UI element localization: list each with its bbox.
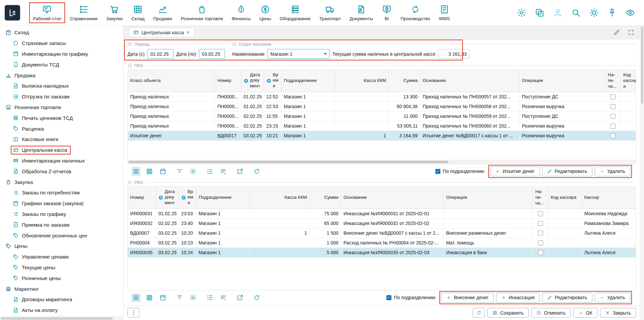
rko-column-header[interactable]: Операция [444, 187, 533, 209]
topbar-pin-icon[interactable] [607, 8, 617, 18]
sidebar-item-rascenka[interactable]: Расценка [0, 123, 123, 134]
nav-item-production[interactable]: Производство [397, 3, 433, 23]
collapse-icon[interactable] [127, 180, 132, 185]
rko-column-header[interactable]: Касса ККМ [250, 187, 310, 209]
rows-view-icon[interactable] [131, 293, 141, 302]
sidebar-item-akty-na-oplatu[interactable]: Акты на оплату [0, 305, 123, 316]
sidebar-section-roznichnaya-torgovlya[interactable]: Розничная торговля [0, 102, 123, 113]
date-from-input[interactable]: 01.02.25 [147, 49, 173, 59]
nav-item-prices[interactable]: Цены [256, 3, 274, 23]
pko-edit-button[interactable]: Редактировать [542, 167, 592, 176]
rko-by-division-checkbox[interactable]: По подразделению [386, 295, 435, 300]
tab-central-cash[interactable]: Центральная касса × [129, 28, 194, 37]
calendar-view-icon[interactable] [158, 167, 167, 176]
pko-column-header[interactable]: Код кассира [621, 70, 636, 92]
sidebar-item-dogovory-marketinga[interactable]: Договоры маркетинга [0, 294, 123, 305]
sidebar-section-ceny[interactable]: Цены [0, 241, 123, 252]
collapse-icon[interactable] [127, 63, 132, 68]
topbar-settings-icon[interactable] [517, 8, 527, 18]
sort-asc-icon[interactable] [266, 78, 271, 83]
topbar-brightness-icon[interactable] [589, 8, 599, 18]
table-row[interactable]: ИЯ00003101.02.2523:03Магазин 175 000Инка… [128, 209, 636, 219]
pko-column-header[interactable]: Операция [520, 70, 605, 92]
sidebar-section-sklad[interactable]: Склад [0, 27, 123, 38]
rko-column-header[interactable]: Основание [341, 187, 444, 209]
row-checkbox[interactable] [538, 240, 543, 245]
settings-icon[interactable] [189, 167, 198, 176]
rko-column-header[interactable]: Подразделение [196, 187, 250, 209]
collapse-icon[interactable] [232, 42, 237, 46]
tab-close-icon[interactable]: × [186, 30, 190, 35]
scrollbar-thumb[interactable] [128, 161, 448, 163]
sidebar-item-upravlenie-cenami[interactable]: Управление ценами [0, 252, 123, 262]
scrollbar-thumb[interactable] [641, 27, 643, 104]
nav-item-purchases[interactable]: Закупки [103, 3, 126, 23]
app-logo-icon[interactable] [5, 5, 20, 20]
filter-icon[interactable] [175, 167, 184, 176]
table-row[interactable]: Приход наличныхПН0000...02.02.2511:55Маг… [128, 111, 636, 121]
sidebar-item-zakazy-po-potrebnostyam[interactable]: Заказы по потребностям [0, 187, 123, 198]
rko-collection-button[interactable]: Инкассация [496, 293, 540, 303]
rko-edit-button[interactable]: Редактировать [542, 293, 592, 303]
topbar-user-icon[interactable] [553, 8, 563, 18]
refresh-button[interactable] [473, 308, 485, 318]
nav-item-wms[interactable]: WMS [435, 3, 453, 23]
rko-column-header[interactable]: Номер [128, 187, 156, 209]
pko-column-header[interactable]: Номер [215, 70, 241, 92]
rko-column-header[interactable]: Сумма [310, 187, 341, 209]
reload-icon[interactable] [252, 167, 261, 176]
store-select[interactable]: Магазин 1 [267, 49, 330, 59]
vertical-scrollbar[interactable] [640, 26, 644, 320]
sidebar-item-obrabotka-z-otchetov[interactable]: Обработка Z-отчетов [0, 166, 123, 177]
scrollbar-thumb[interactable] [1, 317, 113, 320]
cancel-button[interactable]: Отменить [531, 308, 571, 318]
sidebar-section-zakupka[interactable]: Закупка [0, 177, 123, 187]
row-checkbox[interactable] [610, 124, 615, 129]
sort-asc-icon[interactable] [158, 195, 163, 200]
sidebar-item-pechat-cennikov-tsd[interactable]: Печать ценников ТСД [0, 112, 123, 123]
topbar-search-icon[interactable] [571, 8, 581, 18]
ok-button[interactable]: ОК [573, 308, 597, 318]
sidebar-item-dokumenty-tsd[interactable]: Документы ТСД [0, 59, 123, 70]
sidebar-item-zakazy-po-grafiku[interactable]: Заказы по графику [0, 209, 123, 220]
edit-icon[interactable] [613, 29, 620, 36]
nav-item-catalogs[interactable]: Справочники [67, 3, 101, 23]
sort-asc-icon[interactable] [244, 78, 249, 83]
save-button[interactable]: Сохранить [487, 308, 529, 318]
nav-item-equipment[interactable]: Оборудование [276, 3, 314, 23]
row-checkbox[interactable] [610, 104, 615, 109]
pko-column-header[interactable]: Класс объекта [128, 70, 215, 92]
sidebar-item-centralnaya-kassa[interactable]: Центральная касса [0, 145, 123, 155]
table-row[interactable]: ИЯ00003202.02.2523:40Магазин 165 000Инка… [128, 219, 636, 228]
pko-column-header[interactable]: Основание [420, 70, 520, 92]
more-menu-button[interactable]: ⋮ [127, 308, 140, 318]
sidebar-item-inventarizacii-po-grafiku[interactable]: Инвентаризации по графику [0, 49, 123, 59]
sidebar-item-grafiki-zakazov[interactable]: Графики заказов (закупка) [0, 198, 123, 209]
row-checkbox[interactable] [610, 114, 615, 119]
open-external-icon[interactable] [235, 293, 245, 302]
calendar-view-icon[interactable] [158, 293, 167, 302]
sort-asc-icon[interactable] [181, 195, 186, 200]
nav-item-retail[interactable]: Розничная торговля [177, 3, 226, 23]
pko-column-header[interactable]: Подразделение [281, 70, 335, 92]
pko-withdraw-button[interactable]: Изъятие денег [490, 167, 540, 176]
pko-column-header[interactable]: Касса ККМ [335, 70, 389, 92]
pko-column-header[interactable]: Время документа [264, 70, 281, 92]
sidebar-item-kassovye-knigi[interactable]: Кассовые книги [0, 134, 123, 145]
row-checkbox[interactable] [538, 221, 543, 226]
sidebar-item-roznichnye-ceny[interactable]: Розничные цены [0, 273, 123, 283]
sidebar-item-otgruzka-po-zakazam[interactable]: Отгрузка по заказам [0, 91, 123, 102]
pko-delete-button[interactable]: Удалить [595, 167, 630, 176]
table-row[interactable]: Приход наличныхПН0000...02.02.2523:15Маг… [128, 121, 636, 131]
sidebar-item-tekushchie-ceny[interactable]: Текущие цены [0, 262, 123, 273]
pko-horizontal-scrollbar[interactable] [127, 160, 636, 164]
row-checkbox[interactable] [610, 133, 615, 138]
nav-item-desktop[interactable]: Рабочий стол [30, 3, 65, 23]
rows-view-icon[interactable] [131, 167, 141, 176]
sidebar-item-vypiska-nakladnyh[interactable]: Выписка накладных [0, 81, 123, 91]
topbar-eye-icon[interactable] [625, 8, 635, 18]
table-row[interactable]: РН0000403.02.2510:23Магазин 11 000Расход… [128, 238, 636, 248]
close-button[interactable]: Закрыть [600, 308, 636, 318]
rko-column-header[interactable]: Код кассира [548, 187, 582, 209]
table-row[interactable]: Приход наличныхПН0000...01.02.2512:52Маг… [128, 92, 636, 102]
